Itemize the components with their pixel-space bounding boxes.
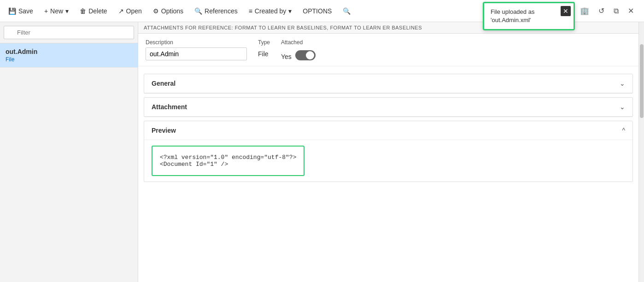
options2-button[interactable]: OPTIONS — [298, 5, 336, 18]
main-layout: 🔍 out.Admin File ATTACHMENTS FOR REFEREN… — [0, 22, 644, 282]
scroll-track[interactable] — [638, 22, 644, 282]
toolbar: 💾 Save + New ▾ 🗑 Delete ↗ Open ⚙ Options… — [0, 0, 644, 22]
list-item-subtitle: File — [6, 56, 132, 63]
attachment-title: Attachment — [152, 103, 187, 111]
search-icon: 🔍 — [343, 7, 351, 15]
scroll-thumb — [640, 44, 644, 118]
open-button[interactable]: ↗ Open — [114, 5, 146, 18]
new-chevron-icon: ▾ — [65, 7, 69, 15]
references-icon: 🔍 — [194, 7, 202, 15]
restore-button[interactable]: ⧉ — [611, 5, 621, 17]
options-button[interactable]: ⚙ Options — [148, 5, 188, 18]
refresh-icon: ↺ — [598, 7, 604, 15]
created-by-button[interactable]: ≡ Created by ▾ — [244, 5, 297, 18]
general-chevron-icon: ⌄ — [620, 80, 625, 87]
type-value: File — [258, 47, 270, 58]
preview-accordion-header[interactable]: Preview ^ — [144, 121, 632, 140]
preview-chevron-icon: ^ — [622, 127, 625, 134]
attachment-accordion-header[interactable]: Attachment ⌄ — [144, 98, 632, 117]
code-preview: <?xml version="1.0" encoding="utf-8"?> <… — [152, 146, 304, 176]
new-icon: + — [44, 7, 48, 15]
created-by-chevron-icon: ▾ — [288, 7, 292, 15]
filter-wrap: 🔍 — [4, 26, 134, 39]
filter-icon: ≡ — [249, 7, 252, 15]
content-scroll-area[interactable]: General ⌄ Attachment ⌄ Preview ^ — [138, 66, 638, 282]
toggle-knob — [306, 51, 314, 59]
filter-bar: 🔍 — [0, 22, 138, 43]
description-label: Description — [146, 39, 247, 46]
delete-icon: 🗑 — [80, 7, 86, 15]
delete-button[interactable]: 🗑 Delete — [75, 5, 111, 18]
filter-input[interactable] — [4, 26, 134, 39]
general-accordion-header[interactable]: General ⌄ — [144, 74, 632, 93]
preview-accordion: Preview ^ <?xml version="1.0" encoding="… — [144, 121, 633, 182]
preview-title: Preview — [152, 127, 176, 134]
restore-icon: ⧉ — [614, 7, 619, 15]
notification-text: File uploaded as 'out.Admin.xml' — [491, 8, 557, 24]
preview-body: <?xml version="1.0" encoding="utf-8"?> <… — [144, 140, 632, 182]
preview-content: <?xml version="1.0" encoding="utf-8"?> <… — [144, 140, 632, 182]
references-button[interactable]: 🔍 References — [190, 5, 242, 18]
list-item[interactable]: out.Admin File — [0, 43, 138, 68]
code-line-1: <?xml version="1.0" encoding="utf-8"?> — [160, 154, 296, 161]
attached-value: Yes — [281, 50, 292, 60]
notification-close-button[interactable]: ✕ — [561, 6, 571, 16]
attached-toggle[interactable] — [295, 50, 316, 60]
sections-container: General ⌄ Attachment ⌄ Preview ^ — [138, 66, 638, 189]
description-input[interactable] — [146, 47, 247, 60]
type-group: Type File — [258, 39, 270, 58]
content-area: ATTACHMENTS FOR REFERENCE: FORMAT TO LEA… — [138, 22, 638, 282]
options-icon: ⚙ — [153, 7, 159, 15]
general-accordion: General ⌄ — [144, 74, 633, 94]
attachment-accordion: Attachment ⌄ — [144, 97, 633, 117]
attached-group: Attached Yes — [281, 39, 316, 60]
save-button[interactable]: 💾 Save — [4, 5, 38, 18]
attached-toggle-wrap: Yes — [281, 47, 316, 60]
type-label: Type — [258, 39, 270, 46]
refresh-button[interactable]: ↺ — [596, 5, 607, 17]
office-icon-button[interactable]: 🏢 — [577, 5, 592, 17]
description-group: Description — [146, 39, 247, 60]
open-icon: ↗ — [118, 7, 124, 15]
notification-popup: File uploaded as 'out.Admin.xml' ✕ — [483, 2, 575, 30]
attached-label: Attached — [281, 39, 316, 46]
close-icon: ✕ — [628, 7, 634, 15]
office-icon: 🏢 — [580, 7, 589, 15]
search-button[interactable]: 🔍 — [338, 5, 355, 18]
form-row: Description Type File Attached Yes — [138, 34, 638, 66]
general-title: General — [152, 80, 176, 87]
new-button[interactable]: + New ▾ — [40, 5, 73, 18]
code-line-2: <Document Id="1" /> — [160, 161, 296, 168]
close-button[interactable]: ✕ — [625, 5, 637, 17]
sidebar: 🔍 out.Admin File — [0, 22, 138, 282]
window-controls: 🏢 ↺ ⧉ ✕ — [577, 5, 640, 17]
attachment-chevron-icon: ⌄ — [620, 103, 625, 111]
save-icon: 💾 — [8, 7, 16, 15]
list-item-title: out.Admin — [6, 48, 132, 55]
